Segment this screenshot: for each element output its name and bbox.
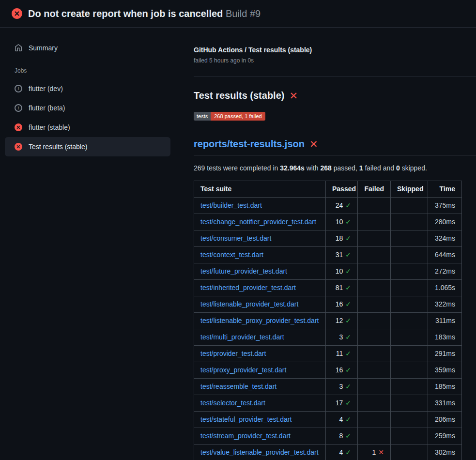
test-suite-link[interactable]: test/context_test.dart — [200, 251, 263, 259]
time-cell: 359ms — [428, 362, 462, 379]
time-cell: 375ms — [428, 198, 462, 214]
test-suite-link[interactable]: test/provider_test.dart — [200, 350, 266, 357]
check-icon: ✓ — [345, 399, 351, 407]
time-cell: 302ms — [428, 445, 462, 460]
sidebar-item-flutter-dev[interactable]: ! flutter (dev) — [5, 79, 170, 98]
time-cell: 324ms — [428, 230, 462, 247]
passed-cell: 81✓ — [326, 280, 358, 296]
check-icon: ✓ — [345, 234, 351, 242]
table-row: test/listenable_proxy_provider_test.dart… — [194, 313, 462, 329]
skipped-cell — [391, 198, 428, 214]
passed-count: 4 — [339, 415, 343, 423]
test-suite-link[interactable]: test/builder_test.dart — [200, 201, 262, 209]
test-suite-link[interactable]: test/consumer_test.dart — [200, 234, 271, 242]
passed-count: 12 — [336, 317, 343, 324]
sidebar-item-flutter-stable[interactable]: flutter (stable) — [5, 118, 170, 137]
failed-cell: ✕ — [358, 362, 391, 379]
test-suite-link[interactable]: test/proxy_provider_test.dart — [200, 366, 286, 374]
passed-count: 8 — [339, 432, 343, 440]
test-suite-link[interactable]: test/multi_provider_test.dart — [200, 333, 284, 341]
failed-cell: ✕ — [358, 412, 391, 428]
check-icon: ✓ — [345, 415, 351, 423]
summary-text: failed and — [363, 164, 397, 172]
test-suite-link[interactable]: test/inherited_provider_test.dart — [200, 284, 296, 291]
test-suite-link[interactable]: test/stream_provider_test.dart — [200, 432, 291, 440]
test-suite-link[interactable]: test/selector_test.dart — [200, 399, 265, 407]
passed-cell: 10✓ — [326, 263, 358, 280]
passed-count: 16 — [336, 366, 343, 374]
time-cell: 291ms — [428, 346, 462, 362]
passed-cell: 31✓ — [326, 247, 358, 263]
check-icon: ✓ — [345, 333, 351, 341]
job-label: flutter (beta) — [29, 103, 65, 113]
table-header-row: Test suite Passed Failed Skipped Time — [194, 181, 462, 198]
test-suite-cell: test/value_listenable_provider_test.dart — [194, 445, 326, 460]
passed-count: 11 — [336, 350, 343, 357]
passed-cell: 11✓ — [326, 346, 358, 362]
time-cell: 331ms — [428, 395, 462, 412]
passed-count: 3 — [339, 383, 343, 390]
test-suite-link[interactable]: test/future_provider_test.dart — [200, 267, 287, 275]
test-suite-link[interactable]: test/listenable_provider_test.dart — [200, 300, 298, 308]
check-icon: ✓ — [345, 317, 351, 324]
test-suite-cell: test/multi_provider_test.dart — [194, 329, 326, 346]
test-suite-cell: test/inherited_provider_test.dart — [194, 280, 326, 296]
report-file-link[interactable]: reports/test-results.json — [194, 137, 305, 151]
test-suite-cell: test/listenable_proxy_provider_test.dart — [194, 313, 326, 329]
page-title: Do not create report when job is cancell… — [28, 7, 261, 20]
test-suite-link[interactable]: test/change_notifier_provider_test.dart — [200, 218, 316, 226]
skipped-cell — [391, 346, 428, 362]
test-suite-link[interactable]: test/stateful_provider_test.dart — [200, 415, 292, 423]
test-suite-link[interactable]: test/reassemble_test.dart — [200, 383, 276, 390]
breadcrumb: GitHub Actions / Test results (stable) — [194, 46, 476, 54]
sidebar-item-summary[interactable]: Summary — [5, 38, 170, 58]
sidebar-item-flutter-beta[interactable]: ! flutter (beta) — [5, 98, 170, 118]
table-row: test/value_listenable_provider_test.dart… — [194, 445, 462, 460]
check-icon: ✓ — [345, 284, 351, 291]
passed-count: 18 — [336, 234, 343, 242]
passed-cell: 4✓ — [326, 412, 358, 428]
table-row: test/future_provider_test.dart 10✓ ✕ 272… — [194, 263, 462, 280]
failed-cell: ✕ — [358, 280, 391, 296]
passed-cell: 18✓ — [326, 230, 358, 247]
passed-count: 81 — [336, 284, 343, 291]
main-layout: Summary Jobs ! flutter (dev) ! flutter (… — [0, 28, 476, 460]
sidebar: Summary Jobs ! flutter (dev) ! flutter (… — [0, 28, 175, 156]
table-row: test/inherited_provider_test.dart 81✓ ✕ … — [194, 280, 462, 296]
test-summary-line: 269 tests were completed in 32.964s with… — [194, 164, 476, 172]
time-cell: 183ms — [428, 329, 462, 346]
summary-text: 269 tests were completed in — [194, 164, 280, 172]
time-cell: 1.065s — [428, 280, 462, 296]
test-suite-cell: test/future_provider_test.dart — [194, 263, 326, 280]
time-cell: 206ms — [428, 412, 462, 428]
time-cell: 280ms — [428, 214, 462, 230]
failed-cell: ✕ — [358, 214, 391, 230]
skipped-cell — [391, 412, 428, 428]
table-row: test/reassemble_test.dart 3✓ ✕ 185ms — [194, 379, 462, 395]
test-suite-link[interactable]: test/listenable_proxy_provider_test.dart — [200, 317, 319, 324]
col-header-time: Time — [428, 181, 462, 198]
skipped-cell — [391, 230, 428, 247]
neutral-status-icon: ! — [15, 104, 22, 112]
check-title-text: Test results (stable) — [194, 89, 284, 102]
check-icon: ✓ — [345, 300, 351, 308]
passed-count: 31 — [336, 251, 343, 259]
table-row: test/context_test.dart 31✓ ✕ 644ms — [194, 247, 462, 263]
badge-value: 268 passed, 1 failed — [211, 112, 265, 121]
skipped-cell — [391, 263, 428, 280]
time-cell: 259ms — [428, 428, 462, 445]
tests-badge: tests 268 passed, 1 failed — [194, 112, 265, 121]
report-file-heading: reports/test-results.json ✕ — [194, 137, 476, 156]
job-label: Test results (stable) — [29, 142, 87, 152]
check-icon: ✓ — [345, 267, 351, 275]
col-header-skipped: Skipped — [391, 181, 428, 198]
check-icon: ✓ — [345, 383, 351, 390]
summary-text: passed, — [332, 164, 359, 172]
cross-icon: ✕ — [378, 448, 384, 456]
sidebar-item-test-results-stable[interactable]: Test results (stable) — [5, 137, 170, 156]
test-suite-link[interactable]: test/value_listenable_provider_test.dart — [200, 448, 319, 456]
check-icon: ✓ — [345, 201, 351, 209]
results-table-body: test/builder_test.dart 24✓ ✕ 375ms test/… — [194, 198, 462, 460]
table-row: test/change_notifier_provider_test.dart … — [194, 214, 462, 230]
passed-cell: 4✓ — [326, 445, 358, 460]
